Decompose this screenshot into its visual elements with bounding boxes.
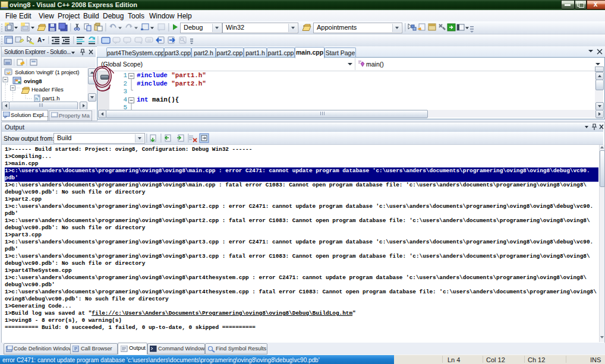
- svg-text:A: A: [37, 37, 42, 43]
- svg-text:h: h: [36, 96, 38, 102]
